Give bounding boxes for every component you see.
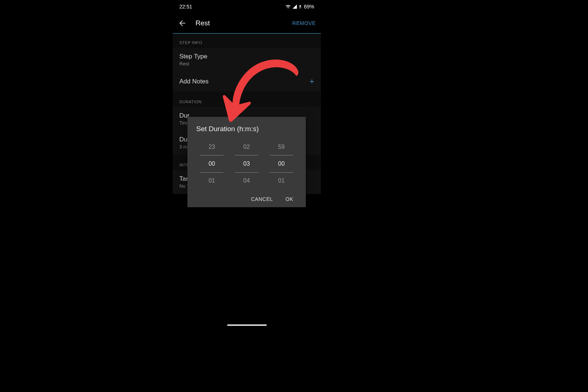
home-indicator[interactable]	[227, 324, 267, 326]
hours-picker[interactable]: 23 00 01	[200, 142, 223, 186]
minutes-above: 02	[243, 142, 250, 152]
seconds-selected: 00	[270, 155, 293, 173]
dialog-title: Set Duration (h:m:s)	[196, 125, 297, 133]
battery-text: 69%	[304, 4, 314, 10]
seconds-picker[interactable]: 59 00 01	[270, 142, 293, 186]
remove-button[interactable]: REMOVE	[292, 20, 316, 26]
wifi-icon	[285, 4, 291, 9]
step-type-value: Rest	[179, 61, 314, 66]
arrow-back-icon	[178, 19, 187, 28]
ok-button[interactable]: OK	[286, 196, 293, 202]
time-pickers: 23 00 01 02 03 04 59 00 01	[196, 142, 297, 186]
step-info-section: Step Type Rest Add Notes +	[173, 48, 321, 91]
add-notes-row[interactable]: Add Notes +	[173, 72, 321, 91]
signal-icon	[292, 4, 297, 9]
add-notes-label: Add Notes	[179, 78, 208, 85]
status-bar: 22:51 69%	[173, 0, 321, 13]
hours-above: 23	[208, 142, 215, 152]
duration-dialog: Set Duration (h:m:s) 23 00 01 02 03 04 5…	[187, 117, 306, 207]
step-type-label: Step Type	[179, 53, 314, 60]
section-header-step-info: STEP INFO	[173, 34, 321, 48]
seconds-below: 01	[278, 176, 285, 186]
hours-selected: 00	[200, 155, 223, 173]
app-bar: Rest REMOVE	[173, 13, 321, 34]
step-type-row[interactable]: Step Type Rest	[173, 48, 321, 72]
section-header-duration: DURATION	[173, 91, 321, 107]
seconds-above: 59	[278, 142, 285, 152]
minutes-selected: 03	[235, 155, 258, 173]
status-time: 22:51	[179, 4, 192, 10]
back-button[interactable]	[178, 19, 187, 28]
minutes-picker[interactable]: 02 03 04	[235, 142, 258, 186]
status-icons: 69%	[285, 4, 314, 10]
minutes-below: 04	[243, 176, 250, 186]
cancel-button[interactable]: CANCEL	[251, 196, 273, 202]
plus-icon: +	[309, 78, 314, 86]
battery-icon	[298, 4, 302, 10]
dialog-buttons: CANCEL OK	[196, 196, 297, 202]
page-title: Rest	[196, 19, 210, 27]
hours-below: 01	[208, 176, 215, 186]
